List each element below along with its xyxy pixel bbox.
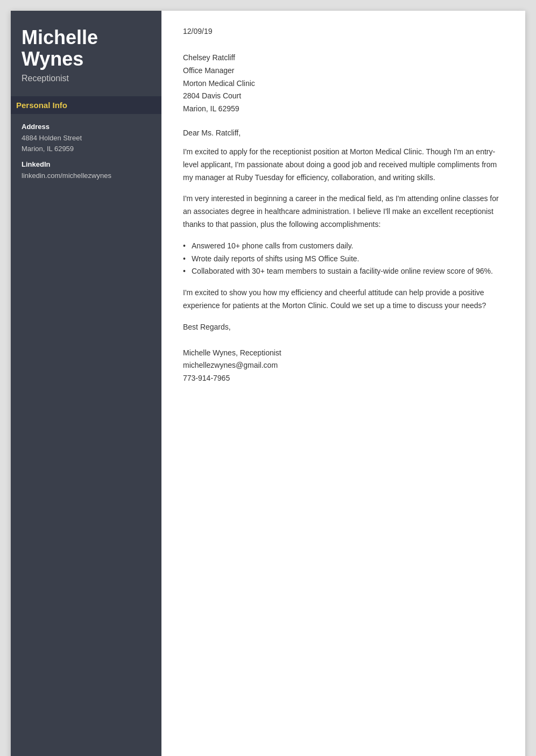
- sidebar: Michelle Wynes Receptionist Personal Inf…: [11, 11, 161, 756]
- linkedin-value: linkedin.com/michellezwynes: [22, 170, 151, 181]
- signature-block: Michelle Wynes, Receptionist michellezwy…: [183, 347, 504, 385]
- recipient-name: Chelsey Ratcliff: [183, 52, 504, 65]
- salutation: Dear Ms. Ratcliff,: [183, 129, 504, 137]
- recipient-address2: Marion, IL 62959: [183, 103, 504, 116]
- applicant-title: Receptionist: [22, 74, 151, 83]
- bullet-item-3: Collaborated with 30+ team members to su…: [183, 265, 504, 278]
- address-label: Address: [22, 123, 151, 131]
- resume-container: Michelle Wynes Receptionist Personal Inf…: [11, 11, 525, 756]
- letter-date: 12/09/19: [183, 27, 504, 35]
- bullet-list: Answered 10+ phone calls from customers …: [183, 240, 504, 278]
- signature-email: michellezwynes@gmail.com: [183, 359, 504, 372]
- paragraph2: I'm very interested in beginning a caree…: [183, 192, 504, 231]
- closing-block: Best Regards,: [183, 321, 504, 334]
- main-content: 12/09/19 Chelsey Ratcliff Office Manager…: [161, 11, 525, 756]
- paragraph1: I'm excited to apply for the receptionis…: [183, 146, 504, 184]
- personal-info-header: Personal Info: [11, 96, 161, 114]
- bullet-item-2: Wrote daily reports of shifts using MS O…: [183, 253, 504, 266]
- closing-text: Best Regards,: [183, 321, 504, 334]
- address-line1: 4884 Holden Street: [22, 133, 151, 144]
- recipient-address1: 2804 Davis Court: [183, 90, 504, 103]
- recipient-block: Chelsey Ratcliff Office Manager Morton M…: [183, 52, 504, 116]
- signature-phone: 773-914-7965: [183, 372, 504, 385]
- recipient-title: Office Manager: [183, 65, 504, 77]
- signature-name: Michelle Wynes, Receptionist: [183, 347, 504, 360]
- address-line2: Marion, IL 62959: [22, 144, 151, 154]
- linkedin-label: LinkedIn: [22, 160, 151, 168]
- bullet-item-1: Answered 10+ phone calls from customers …: [183, 240, 504, 253]
- applicant-name: Michelle Wynes: [22, 27, 151, 69]
- paragraph3: I'm excited to show you how my efficienc…: [183, 287, 504, 312]
- recipient-company: Morton Medical Clinic: [183, 77, 504, 90]
- letter-body: I'm excited to apply for the receptionis…: [183, 146, 504, 312]
